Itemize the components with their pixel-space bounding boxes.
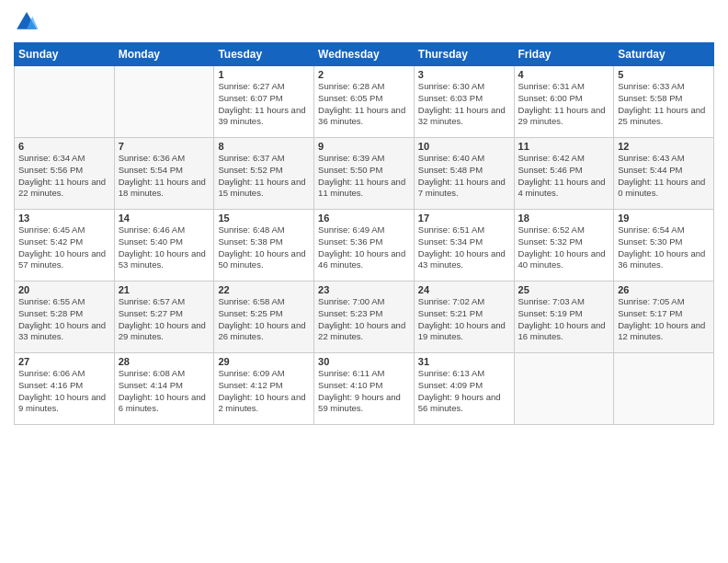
day-detail: Sunrise: 6:52 AM Sunset: 5:32 PM Dayligh…	[518, 224, 610, 271]
day-number: 3	[418, 69, 510, 80]
day-detail: Sunrise: 6:43 AM Sunset: 5:44 PM Dayligh…	[618, 153, 710, 200]
table-row: 14Sunrise: 6:46 AM Sunset: 5:40 PM Dayli…	[114, 210, 214, 282]
weekday-friday: Friday	[514, 43, 614, 66]
weekday-saturday: Saturday	[614, 43, 714, 66]
logo	[14, 9, 43, 35]
week-row-3: 13Sunrise: 6:45 AM Sunset: 5:42 PM Dayli…	[15, 210, 714, 282]
day-number: 10	[418, 141, 510, 152]
day-detail: Sunrise: 6:27 AM Sunset: 6:07 PM Dayligh…	[218, 81, 310, 128]
table-row: 4Sunrise: 6:31 AM Sunset: 6:00 PM Daylig…	[514, 66, 614, 138]
day-detail: Sunrise: 6:37 AM Sunset: 5:52 PM Dayligh…	[218, 153, 310, 200]
day-detail: Sunrise: 6:51 AM Sunset: 5:34 PM Dayligh…	[418, 224, 510, 271]
day-number: 29	[218, 356, 310, 367]
day-detail: Sunrise: 6:31 AM Sunset: 6:00 PM Dayligh…	[518, 81, 610, 128]
day-number: 30	[318, 356, 410, 367]
table-row: 3Sunrise: 6:30 AM Sunset: 6:03 PM Daylig…	[414, 66, 514, 138]
day-number: 13	[18, 213, 110, 224]
weekday-tuesday: Tuesday	[214, 43, 314, 66]
table-row: 10Sunrise: 6:40 AM Sunset: 5:48 PM Dayli…	[414, 138, 514, 210]
table-row: 12Sunrise: 6:43 AM Sunset: 5:44 PM Dayli…	[614, 138, 714, 210]
table-row: 8Sunrise: 6:37 AM Sunset: 5:52 PM Daylig…	[214, 138, 314, 210]
day-number: 25	[518, 284, 610, 295]
day-number: 14	[119, 213, 210, 224]
calendar-body: 1Sunrise: 6:27 AM Sunset: 6:07 PM Daylig…	[15, 66, 714, 425]
day-detail: Sunrise: 6:08 AM Sunset: 4:14 PM Dayligh…	[119, 368, 210, 415]
table-row: 30Sunrise: 6:11 AM Sunset: 4:10 PM Dayli…	[314, 353, 415, 425]
day-number: 26	[618, 284, 710, 295]
day-detail: Sunrise: 6:34 AM Sunset: 5:56 PM Dayligh…	[18, 153, 110, 200]
day-number: 6	[18, 141, 110, 152]
table-row: 15Sunrise: 6:48 AM Sunset: 5:38 PM Dayli…	[214, 210, 314, 282]
table-row	[614, 353, 714, 425]
week-row-2: 6Sunrise: 6:34 AM Sunset: 5:56 PM Daylig…	[15, 138, 714, 210]
day-number: 18	[518, 213, 610, 224]
page: SundayMondayTuesdayWednesdayThursdayFrid…	[0, 0, 728, 563]
table-row	[114, 66, 214, 138]
table-row: 2Sunrise: 6:28 AM Sunset: 6:05 PM Daylig…	[314, 66, 415, 138]
day-detail: Sunrise: 6:40 AM Sunset: 5:48 PM Dayligh…	[418, 153, 510, 200]
weekday-row: SundayMondayTuesdayWednesdayThursdayFrid…	[15, 43, 714, 66]
table-row: 5Sunrise: 6:33 AM Sunset: 5:58 PM Daylig…	[614, 66, 714, 138]
day-number: 21	[119, 284, 210, 295]
day-number: 9	[318, 141, 410, 152]
day-detail: Sunrise: 6:54 AM Sunset: 5:30 PM Dayligh…	[618, 224, 710, 271]
day-number: 27	[18, 356, 110, 367]
day-detail: Sunrise: 7:05 AM Sunset: 5:17 PM Dayligh…	[618, 296, 710, 343]
table-row	[15, 66, 115, 138]
day-detail: Sunrise: 6:46 AM Sunset: 5:40 PM Dayligh…	[119, 224, 210, 271]
table-row: 7Sunrise: 6:36 AM Sunset: 5:54 PM Daylig…	[114, 138, 214, 210]
table-row: 1Sunrise: 6:27 AM Sunset: 6:07 PM Daylig…	[214, 66, 314, 138]
day-number: 31	[418, 356, 510, 367]
day-number: 1	[218, 69, 310, 80]
table-row: 25Sunrise: 7:03 AM Sunset: 5:19 PM Dayli…	[514, 282, 614, 353]
day-number: 19	[618, 213, 710, 224]
table-row: 16Sunrise: 6:49 AM Sunset: 5:36 PM Dayli…	[314, 210, 415, 282]
table-row: 11Sunrise: 6:42 AM Sunset: 5:46 PM Dayli…	[514, 138, 614, 210]
table-row: 23Sunrise: 7:00 AM Sunset: 5:23 PM Dayli…	[314, 282, 415, 353]
day-detail: Sunrise: 6:30 AM Sunset: 6:03 PM Dayligh…	[418, 81, 510, 128]
weekday-monday: Monday	[114, 43, 214, 66]
table-row: 20Sunrise: 6:55 AM Sunset: 5:28 PM Dayli…	[15, 282, 115, 353]
day-detail: Sunrise: 6:06 AM Sunset: 4:16 PM Dayligh…	[18, 368, 110, 415]
table-row: 19Sunrise: 6:54 AM Sunset: 5:30 PM Dayli…	[614, 210, 714, 282]
day-detail: Sunrise: 6:11 AM Sunset: 4:10 PM Dayligh…	[318, 368, 410, 415]
week-row-5: 27Sunrise: 6:06 AM Sunset: 4:16 PM Dayli…	[15, 353, 714, 425]
day-detail: Sunrise: 6:58 AM Sunset: 5:25 PM Dayligh…	[218, 296, 310, 343]
table-row: 29Sunrise: 6:09 AM Sunset: 4:12 PM Dayli…	[214, 353, 314, 425]
day-number: 17	[418, 213, 510, 224]
day-number: 8	[218, 141, 310, 152]
day-number: 2	[318, 69, 410, 80]
day-detail: Sunrise: 6:55 AM Sunset: 5:28 PM Dayligh…	[18, 296, 110, 343]
day-detail: Sunrise: 6:09 AM Sunset: 4:12 PM Dayligh…	[218, 368, 310, 415]
header	[14, 9, 714, 35]
day-number: 12	[618, 141, 710, 152]
weekday-thursday: Thursday	[414, 43, 514, 66]
week-row-4: 20Sunrise: 6:55 AM Sunset: 5:28 PM Dayli…	[15, 282, 714, 353]
day-number: 11	[518, 141, 610, 152]
day-detail: Sunrise: 7:02 AM Sunset: 5:21 PM Dayligh…	[418, 296, 510, 343]
table-row: 24Sunrise: 7:02 AM Sunset: 5:21 PM Dayli…	[414, 282, 514, 353]
day-detail: Sunrise: 6:45 AM Sunset: 5:42 PM Dayligh…	[18, 224, 110, 271]
day-number: 7	[119, 141, 210, 152]
day-number: 23	[318, 284, 410, 295]
day-number: 22	[218, 284, 310, 295]
table-row	[514, 353, 614, 425]
day-detail: Sunrise: 6:48 AM Sunset: 5:38 PM Dayligh…	[218, 224, 310, 271]
calendar-table: SundayMondayTuesdayWednesdayThursdayFrid…	[14, 42, 714, 425]
calendar-header: SundayMondayTuesdayWednesdayThursdayFrid…	[15, 43, 714, 66]
day-detail: Sunrise: 6:39 AM Sunset: 5:50 PM Dayligh…	[318, 153, 410, 200]
day-number: 20	[18, 284, 110, 295]
day-number: 15	[218, 213, 310, 224]
table-row: 31Sunrise: 6:13 AM Sunset: 4:09 PM Dayli…	[414, 353, 514, 425]
table-row: 17Sunrise: 6:51 AM Sunset: 5:34 PM Dayli…	[414, 210, 514, 282]
table-row: 26Sunrise: 7:05 AM Sunset: 5:17 PM Dayli…	[614, 282, 714, 353]
weekday-sunday: Sunday	[15, 43, 115, 66]
day-detail: Sunrise: 7:00 AM Sunset: 5:23 PM Dayligh…	[318, 296, 410, 343]
day-detail: Sunrise: 6:57 AM Sunset: 5:27 PM Dayligh…	[119, 296, 210, 343]
table-row: 9Sunrise: 6:39 AM Sunset: 5:50 PM Daylig…	[314, 138, 415, 210]
table-row: 6Sunrise: 6:34 AM Sunset: 5:56 PM Daylig…	[15, 138, 115, 210]
day-number: 28	[119, 356, 210, 367]
table-row: 13Sunrise: 6:45 AM Sunset: 5:42 PM Dayli…	[15, 210, 115, 282]
day-detail: Sunrise: 6:42 AM Sunset: 5:46 PM Dayligh…	[518, 153, 610, 200]
day-detail: Sunrise: 6:13 AM Sunset: 4:09 PM Dayligh…	[418, 368, 510, 415]
